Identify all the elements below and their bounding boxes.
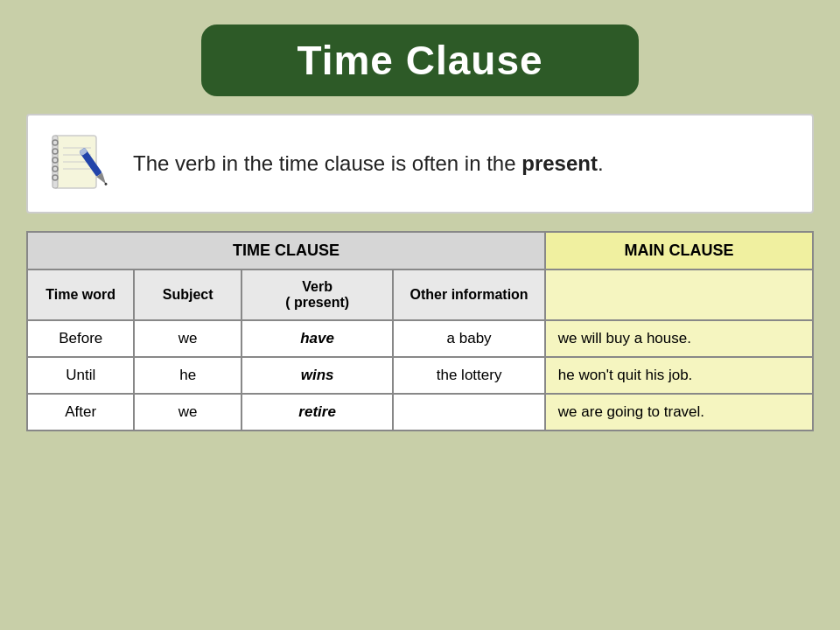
row3-main: we are going to travel. <box>545 394 813 430</box>
subheader-other: Other information <box>393 270 544 320</box>
table-row: Until he wins the lottery he won't quit … <box>27 357 813 394</box>
row3-subject: we <box>134 394 241 430</box>
table-container: TIME CLAUSE MAIN CLAUSE Time word Subjec… <box>26 231 814 431</box>
info-text-bold: present <box>522 151 598 175</box>
subheader-verb: Verb( present) <box>242 270 393 320</box>
row2-time-word: Until <box>27 357 134 394</box>
row2-verb: wins <box>242 357 393 394</box>
time-clause-header: TIME CLAUSE <box>27 232 545 270</box>
info-text-end: . <box>598 151 604 175</box>
row3-time-word: After <box>27 394 134 430</box>
info-text-part1: The verb in the time clause is often in … <box>133 151 522 175</box>
row1-subject: we <box>134 320 241 357</box>
info-text: The verb in the time clause is often in … <box>133 149 604 178</box>
subheader-time-word: Time word <box>27 270 134 320</box>
page-title: Time Clause <box>271 37 569 84</box>
subheader-subject: Subject <box>134 270 241 320</box>
row3-other <box>393 394 544 430</box>
main-clause-header: MAIN CLAUSE <box>545 232 813 270</box>
row1-main: we will buy a house. <box>545 320 813 357</box>
subheader-main <box>545 270 813 320</box>
row3-verb: retire <box>242 394 393 430</box>
row2-subject: he <box>134 357 241 394</box>
row1-other: a baby <box>393 320 544 357</box>
table-header-row: TIME CLAUSE MAIN CLAUSE <box>27 232 813 270</box>
row2-main: he won't quit his job. <box>545 357 813 394</box>
table-row: After we retire we are going to travel. <box>27 394 813 430</box>
grammar-table: TIME CLAUSE MAIN CLAUSE Time word Subjec… <box>26 231 814 431</box>
table-row: Before we have a baby we will buy a hous… <box>27 320 813 357</box>
row1-verb: have <box>242 320 393 357</box>
row1-time-word: Before <box>27 320 134 357</box>
info-box: The verb in the time clause is often in … <box>26 114 814 214</box>
notepad-icon <box>46 129 116 199</box>
title-box: Time Clause <box>201 24 639 96</box>
table-subheader-row: Time word Subject Verb( present) Other i… <box>27 270 813 320</box>
row2-other: the lottery <box>393 357 544 394</box>
